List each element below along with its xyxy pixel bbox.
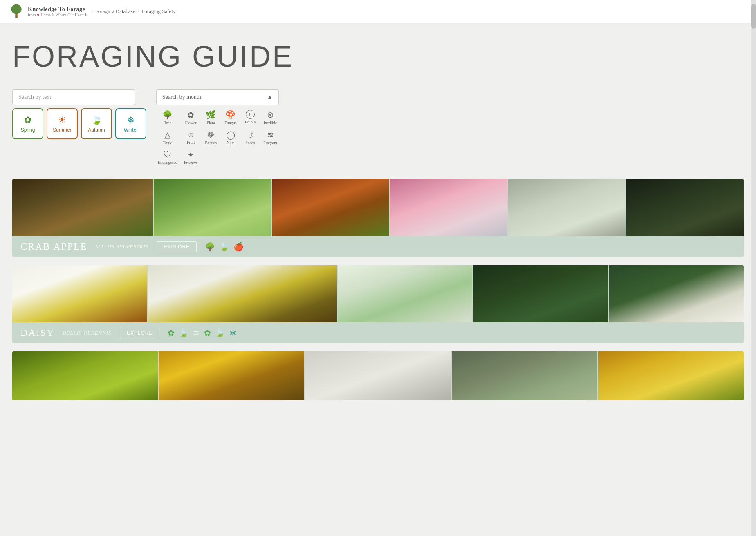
crab-apple-img-1: [12, 179, 153, 236]
fungus-cat-label: Fungus: [224, 121, 236, 125]
crab-apple-info: CRAB APPLE MALUS SYLVESTRIS EXPLORE 🌳 🍃 …: [12, 236, 744, 257]
daisy-images: [12, 265, 744, 322]
toxic-cat-label: Toxic: [163, 141, 173, 145]
crab-apple-img-4: [390, 179, 507, 236]
fragrant-cat-icon: ≋: [267, 130, 274, 140]
dandelion-img-2: [159, 351, 304, 400]
cat-toxic[interactable]: △ Toxic: [156, 128, 179, 147]
cat-edible[interactable]: E Edible: [242, 108, 258, 127]
crab-apple-tag-leaf: 🍃: [219, 242, 229, 252]
cat-fungus[interactable]: 🍄 Fungus: [222, 108, 239, 127]
filter-container: Search by text ✿ Spring ☀ Summer 🍃 Autum…: [12, 89, 744, 167]
daisy-tag-spring: ✿: [168, 328, 175, 338]
cat-flower[interactable]: ✿ Flower: [182, 108, 200, 127]
seeds-cat-icon: ☽: [247, 130, 254, 140]
cat-seeds[interactable]: ☽ Seeds: [242, 128, 258, 147]
cat-fruit[interactable]: ⌾ Fruit: [182, 128, 200, 147]
heart-icon: ♥: [37, 13, 39, 17]
summer-label: Summer: [53, 127, 71, 133]
crab-apple-tags: 🌳 🍃 🍎: [205, 242, 244, 252]
daisy-latin-name: BELLIS PERENNIS: [63, 330, 111, 336]
nuts-cat-icon: ◯: [226, 130, 235, 140]
svg-point-0: [11, 4, 21, 14]
flower-cat-label: Flower: [185, 121, 197, 125]
summer-icon: ☀: [58, 115, 66, 125]
season-winter-button[interactable]: ❄ Winter: [115, 108, 146, 139]
category-filters: 🌳 Tree ✿ Flower 🌿 Plant 🍄 Fungus E: [156, 108, 279, 167]
cat-berries[interactable]: ❁ Berries: [203, 128, 219, 147]
breadcrumb-sep-2: /: [137, 8, 139, 15]
breadcrumb-sep-1: /: [91, 8, 93, 15]
toxic-cat-icon: △: [164, 130, 170, 140]
endangered-cat-icon: 🛡: [164, 150, 172, 159]
spring-label: Spring: [21, 127, 35, 133]
cat-tree[interactable]: 🌳 Tree: [156, 108, 179, 127]
left-filters: Search by text ✿ Spring ☀ Summer 🍃 Autum…: [12, 89, 146, 146]
inedible-cat-icon: ⊗: [267, 110, 274, 120]
breadcrumb-link-database[interactable]: Foraging Database: [95, 8, 135, 15]
cat-inedible[interactable]: ⊗ Inedible: [262, 108, 279, 127]
dandelion-img-1: [12, 351, 158, 400]
autumn-icon: 🍃: [91, 115, 102, 125]
crab-apple-img-2: [154, 179, 271, 236]
berries-cat-label: Berries: [205, 141, 217, 145]
plant-card-crab-apple: CRAB APPLE MALUS SYLVESTRIS EXPLORE 🌳 🍃 …: [12, 179, 744, 257]
season-spring-button[interactable]: ✿ Spring: [12, 108, 43, 139]
daisy-explore-button[interactable]: EXPLORE: [120, 328, 160, 338]
page-title: FORAGING GUIDE: [12, 40, 744, 73]
crab-apple-explore-button[interactable]: EXPLORE: [157, 241, 197, 252]
flower-cat-icon: ✿: [187, 110, 194, 120]
crab-apple-img-5: [508, 179, 626, 236]
logo-text: Knowledge To Forage from ♥ Home Is Where…: [28, 6, 88, 17]
logo-subtitle: from ♥ Home Is Where Our Heart Is: [28, 13, 88, 17]
daisy-common-name: DAISY: [20, 327, 54, 338]
plant-card-dandelion: [12, 351, 744, 400]
autumn-label: Autumn: [88, 127, 105, 133]
season-summer-button[interactable]: ☀ Summer: [47, 108, 78, 139]
plant-cat-icon: 🌿: [206, 110, 216, 120]
dandelion-img-5: [598, 351, 744, 400]
invasive-cat-icon: ✦: [187, 150, 194, 160]
endangered-cat-label: Endangered: [158, 160, 177, 165]
fungus-cat-icon: 🍄: [225, 110, 236, 120]
season-filters: ✿ Spring ☀ Summer 🍃 Autumn ❄ Winter: [12, 108, 146, 139]
tree-cat-icon: 🌳: [162, 110, 173, 120]
logo-tree-icon: [8, 3, 25, 20]
daisy-img-4: [473, 265, 608, 322]
search-text-box[interactable]: Search by text: [12, 89, 135, 105]
breadcrumb-link-safety[interactable]: Foraging Safety: [141, 8, 175, 15]
fruit-cat-icon: ⌾: [188, 130, 193, 139]
scrollbar-thumb[interactable]: [751, 4, 756, 29]
nuts-cat-label: Nuts: [227, 141, 234, 145]
invasive-cat-label: Invasive: [184, 161, 198, 165]
daisy-tag-leaf: 🍃: [179, 328, 189, 338]
search-month-label: Search by month: [162, 94, 201, 100]
cat-endangered[interactable]: 🛡 Endangered: [156, 148, 179, 167]
scrollbar[interactable]: [751, 0, 756, 536]
spring-icon: ✿: [24, 115, 31, 125]
daisy-img-2: [148, 265, 337, 322]
dandelion-img-4: [452, 351, 597, 400]
plant-card-daisy: DAISY BELLIS PERENNIS EXPLORE ✿ 🍃 ≋ ✿ 🍃 …: [12, 265, 744, 343]
crab-apple-img-6: [626, 179, 744, 236]
cat-nuts[interactable]: ◯ Nuts: [222, 128, 239, 147]
season-autumn-button[interactable]: 🍃 Autumn: [81, 108, 112, 139]
svg-rect-1: [15, 13, 17, 18]
daisy-tags: ✿ 🍃 ≋ ✿ 🍃 ❄: [168, 328, 236, 338]
daisy-img-3: [338, 265, 473, 322]
crab-apple-images: [12, 179, 744, 236]
cat-fragrant[interactable]: ≋ Fragrant: [262, 128, 279, 147]
plant-cat-label: Plant: [206, 121, 215, 125]
berries-cat-icon: ❁: [207, 130, 214, 140]
edible-cat-label: Edible: [245, 120, 256, 124]
tree-cat-label: Tree: [164, 121, 171, 125]
crab-apple-latin-name: MALUS SYLVESTRIS: [95, 243, 148, 250]
search-month-box[interactable]: Search by month ▲: [156, 89, 279, 105]
cat-invasive[interactable]: ✦ Invasive: [182, 148, 200, 167]
crab-apple-common-name: CRAB APPLE: [20, 241, 87, 252]
edible-cat-icon: E: [246, 110, 255, 119]
crab-apple-tag-fruit: 🍎: [233, 242, 244, 252]
daisy-info: DAISY BELLIS PERENNIS EXPLORE ✿ 🍃 ≋ ✿ 🍃 …: [12, 322, 744, 343]
crab-apple-img-3: [272, 179, 389, 236]
cat-plant[interactable]: 🌿 Plant: [203, 108, 219, 127]
